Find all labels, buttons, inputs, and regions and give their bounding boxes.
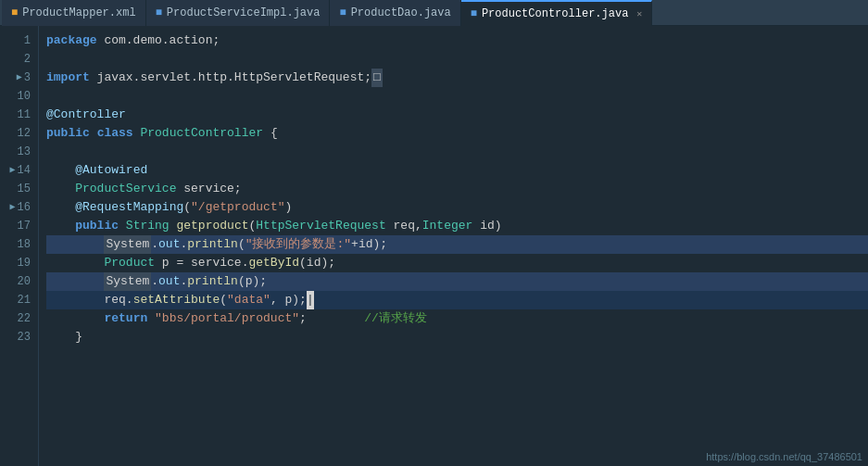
code-line-11: @Controller [46,106,868,124]
xml-icon: ■ [11,6,18,19]
code-line-10 [46,87,868,106]
line-num-2: 2 [0,50,38,69]
string-portal: "bbs/portal/product" [155,309,299,328]
line-num-13: 13 [0,143,38,161]
tab-productserviceimpl[interactable]: ■ ProductServiceImpl.java [146,0,331,26]
keyword-return: return [104,309,147,328]
code-line-21: req. setAttribute ( "data" , p); | [46,291,868,309]
code-line-23: } [46,328,868,346]
cursor: | [307,291,314,309]
string-params: "接收到的参数是:" [245,235,351,254]
tab-close-icon[interactable]: ✕ [636,8,642,19]
string-data: "data" [227,291,270,309]
line-num-18: 18 [0,235,38,254]
method-println-1: println [187,235,238,254]
code-line-12: public class ProductController { [46,124,868,143]
line-num-10: 10 [0,87,38,106]
line-num-14: ▶14 [0,161,38,180]
code-line-1: package com.demo.action; [46,31,868,50]
keyword-package: package [46,31,97,50]
watermark: https://blog.csdn.net/qq_37486501 [706,451,862,462]
keyword-public: public [46,124,90,143]
out-keyword: out [158,235,180,254]
code-line-17: public String getproduct ( HttpServletRe… [46,217,868,235]
string-getproduct: "/getproduct" [191,198,284,217]
line-num-15: 15 [0,180,38,198]
java-icon: ■ [156,6,162,19]
line-num-21: 21 [0,291,38,309]
tab-label: ProductDao.java [351,6,451,19]
keyword-class: class [97,124,133,143]
code-line-15: ProductService service; [46,180,868,198]
out-keyword2: out [158,272,180,291]
keyword-import: import [46,69,90,87]
var-service: service; [176,180,241,198]
code-line-18: System . out . println ( "接收到的参数是:" +id)… [46,235,868,254]
editor-area: 1 2 ▶3 10 11 12 13 ▶14 15 ▶16 17 18 19 2… [0,26,868,466]
keyword-public2: public [75,217,119,235]
java-icon3: ■ [471,7,477,20]
line-num-3: ▶3 [0,69,38,87]
comment-redirect: //请求转发 [364,309,427,328]
type-integer: Integer [422,217,473,235]
java-icon2: ■ [339,6,346,19]
tab-label: ProductServiceImpl.java [167,6,321,19]
code-line-20: System . out . println (p); [46,272,868,291]
method-setattribute: setAttribute [133,291,220,309]
line-num-22: 22 [0,309,38,328]
code-line-14: @Autowired [46,161,868,180]
tab-label: ProductController.java [482,7,628,20]
method-getproduct: getproduct [176,217,248,235]
line-num-12: 12 [0,124,38,143]
import-indicator: □ [371,69,383,87]
annotation-controller: @Controller [46,106,126,124]
system-box-2: System [104,272,151,291]
annotation-requestmapping: @RequestMapping [75,198,183,217]
code-line-22: return "bbs/portal/product" ; //请求转发 [46,309,868,328]
tab-productdao[interactable]: ■ ProductDao.java [330,0,460,26]
line-num-1: 1 [0,31,38,50]
code-line-13 [46,143,868,161]
type-product: Product [104,254,155,272]
type-string: String [126,217,170,235]
line-num-11: 11 [0,106,38,124]
line-num-19: 19 [0,254,38,272]
classname-productcontroller: ProductController [140,124,263,143]
method-getbyid: getById [248,254,299,272]
tab-label: ProductMapper.xml [22,6,135,19]
tab-bar: ■ ProductMapper.xml ■ ProductServiceImpl… [0,0,868,26]
line-num-23: 23 [0,328,38,346]
tab-productmapper[interactable]: ■ ProductMapper.xml [2,0,146,26]
code-line-2 [46,50,868,69]
line-num-16: ▶16 [0,198,38,217]
code-line-19: Product p = service. getById (id); [46,254,868,272]
annotation-autowired: @Autowired [75,161,147,180]
code-content[interactable]: package com.demo.action; import javax.se… [39,26,868,466]
system-box-1: System [104,235,151,254]
line-num-17: 17 [0,217,38,235]
type-productservice: ProductService [75,180,176,198]
line-num-20: 20 [0,272,38,291]
line-numbers: 1 2 ▶3 10 11 12 13 ▶14 15 ▶16 17 18 19 2… [0,26,39,466]
tab-productcontroller[interactable]: ■ ProductController.java ✕ [461,0,653,26]
method-println-2: println [187,272,238,291]
code-line-16: @RequestMapping ( "/getproduct" ) [46,198,868,217]
code-line-3: import javax.servlet.http.HttpServletReq… [46,69,868,87]
type-httpservletrequest: HttpServletRequest [256,217,385,235]
